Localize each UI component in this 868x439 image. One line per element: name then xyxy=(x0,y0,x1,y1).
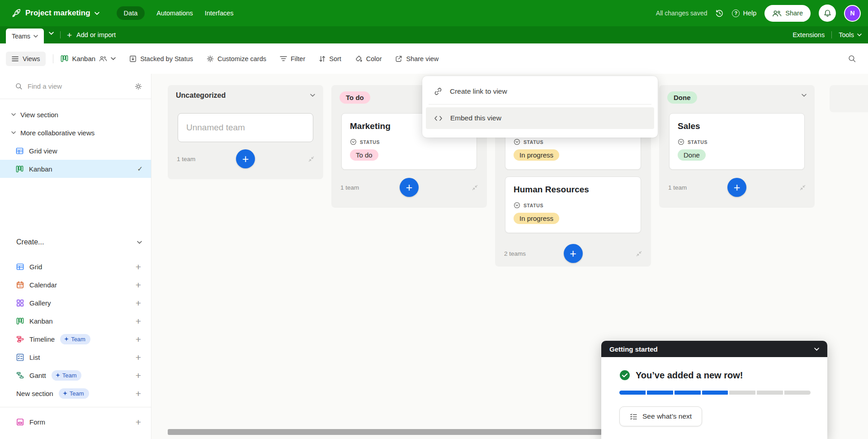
add-view-plus-icon[interactable]: + xyxy=(136,316,141,326)
add-card-button[interactable]: + xyxy=(727,178,746,197)
tab-automations[interactable]: Automations xyxy=(156,10,193,17)
table-tab-teams[interactable]: Teams xyxy=(6,29,44,43)
top-bar: Project marketing Data Automations Inter… xyxy=(0,0,868,26)
hamburger-icon xyxy=(12,56,19,62)
sort-icon xyxy=(319,55,326,62)
tab-data[interactable]: Data xyxy=(117,6,145,20)
create-list-label: List xyxy=(29,353,40,361)
create-item-new-section[interactable]: New section Team + xyxy=(0,384,151,402)
getting-started-header[interactable]: Getting started xyxy=(601,341,827,357)
share-view-button[interactable]: Share view xyxy=(395,55,439,62)
customize-cards-button[interactable]: Customize cards xyxy=(207,55,266,62)
record-title: Sales xyxy=(678,121,796,132)
list-icon xyxy=(16,353,24,361)
status-field-label: STATUS xyxy=(360,139,380,145)
stack-title-pill: Done xyxy=(667,91,697,104)
history-icon[interactable] xyxy=(715,9,724,18)
table-list-chevron-icon[interactable] xyxy=(49,32,54,35)
create-gantt-label: Gantt xyxy=(29,372,46,379)
extensions-button[interactable]: Extensions xyxy=(793,31,825,38)
create-label: Create... xyxy=(16,238,44,246)
base-title-group[interactable]: Project marketing xyxy=(11,8,99,19)
base-menu-chevron-icon[interactable] xyxy=(94,12,99,15)
views-sidebar: View section More collaborative views Gr… xyxy=(0,74,151,439)
create-item-kanban[interactable]: Kanban + xyxy=(0,312,151,330)
table-menu-chevron-icon[interactable] xyxy=(33,35,38,38)
tab-interfaces[interactable]: Interfaces xyxy=(205,10,234,17)
view-settings-gear-icon[interactable] xyxy=(135,83,142,90)
add-view-plus-icon[interactable]: + xyxy=(136,334,141,344)
menu-item-embed[interactable]: Embed this view xyxy=(426,107,654,129)
record-card-human-resources[interactable]: Human Resources STATUS In progress xyxy=(505,177,641,233)
customize-cards-label: Customize cards xyxy=(217,55,266,62)
getting-started-panel: Getting started You’ve added a new row! xyxy=(601,341,827,439)
collapse-stack-icon[interactable] xyxy=(419,185,478,191)
create-item-gallery[interactable]: Gallery + xyxy=(0,294,151,312)
create-item-timeline[interactable]: Timeline Team + xyxy=(0,330,151,348)
stack-count: 1 team xyxy=(177,156,236,162)
views-button[interactable]: Views xyxy=(6,52,46,66)
add-view-plus-icon[interactable]: + xyxy=(136,262,141,272)
create-section-header[interactable]: Create... xyxy=(0,233,151,251)
sidebar-item-grid-view[interactable]: Grid view xyxy=(0,142,151,160)
menu-item-create-link[interactable]: Create link to view xyxy=(422,80,658,103)
stacked-by-button[interactable]: Stacked by Status xyxy=(129,55,193,62)
add-view-plus-icon[interactable]: + xyxy=(136,298,141,308)
filter-button[interactable]: Filter xyxy=(280,55,305,62)
collapse-chevron-icon[interactable] xyxy=(814,348,819,351)
record-card-sales[interactable]: Sales STATUS Done xyxy=(669,113,805,170)
create-item-gantt[interactable]: Gantt Team + xyxy=(0,366,151,384)
sidebar-section-view[interactable]: View section xyxy=(0,105,151,124)
stack-title-pill: To do xyxy=(340,91,370,104)
sidebar-item-kanban-view[interactable]: Kanban ✓ xyxy=(0,160,151,178)
add-section-plus-icon[interactable]: + xyxy=(136,389,141,398)
unnamed-team-card[interactable]: Unnamed team xyxy=(178,113,313,142)
search-icon xyxy=(15,83,23,90)
code-brackets-icon xyxy=(434,115,443,122)
add-view-plus-icon[interactable]: + xyxy=(136,417,141,427)
status-field-label: STATUS xyxy=(688,139,708,145)
gallery-icon xyxy=(16,299,24,307)
search-icon[interactable] xyxy=(848,55,856,63)
stack-menu-chevron-icon[interactable] xyxy=(310,94,315,97)
notifications-button[interactable] xyxy=(819,5,836,22)
add-or-import-button[interactable]: + Add or import xyxy=(67,31,116,39)
collaborators-icon xyxy=(99,56,107,62)
collapse-stack-icon[interactable] xyxy=(255,156,314,162)
sidebar-divider xyxy=(0,407,151,407)
see-whats-next-button[interactable]: See what’s next xyxy=(619,406,702,426)
tools-button[interactable]: Tools xyxy=(839,31,862,38)
create-item-list[interactable]: List + xyxy=(0,348,151,366)
find-view-input[interactable] xyxy=(28,82,130,90)
status-value-pill: Done xyxy=(678,149,706,161)
add-or-import-label: Add or import xyxy=(76,31,116,38)
add-card-button[interactable]: + xyxy=(400,178,419,197)
collapse-stack-icon[interactable] xyxy=(583,251,642,257)
user-avatar[interactable]: N xyxy=(844,5,861,22)
gantt-icon xyxy=(16,372,24,379)
selected-check-icon: ✓ xyxy=(137,165,143,173)
team-plan-badge: Team xyxy=(60,334,90,344)
add-view-plus-icon[interactable]: + xyxy=(136,371,141,380)
create-item-form[interactable]: Form + xyxy=(0,413,151,431)
color-button[interactable]: Color xyxy=(355,55,382,62)
menu-divider xyxy=(429,104,651,105)
add-view-plus-icon[interactable]: + xyxy=(136,353,141,362)
create-item-calendar[interactable]: 31 Calendar + xyxy=(0,276,151,294)
stack-menu-chevron-icon[interactable] xyxy=(802,94,807,97)
collapse-stack-icon[interactable] xyxy=(746,185,806,191)
add-view-plus-icon[interactable]: + xyxy=(136,280,141,290)
share-button[interactable]: Share xyxy=(764,5,811,22)
current-view-name: Kanban xyxy=(72,55,95,62)
view-options-chevron-icon[interactable] xyxy=(111,57,116,60)
color-label: Color xyxy=(366,55,382,62)
tabbar-right-divider xyxy=(831,31,832,38)
create-item-grid[interactable]: Grid + xyxy=(0,258,151,276)
current-view-button[interactable]: Kanban xyxy=(61,55,116,62)
sort-button[interactable]: Sort xyxy=(319,55,341,62)
add-card-button[interactable]: + xyxy=(236,149,255,168)
horizontal-scrollbar[interactable] xyxy=(168,429,602,435)
help-button[interactable]: ? Help xyxy=(732,10,756,17)
sidebar-section-collaborative[interactable]: More collaborative views xyxy=(0,124,151,142)
add-card-button[interactable]: + xyxy=(564,244,583,263)
